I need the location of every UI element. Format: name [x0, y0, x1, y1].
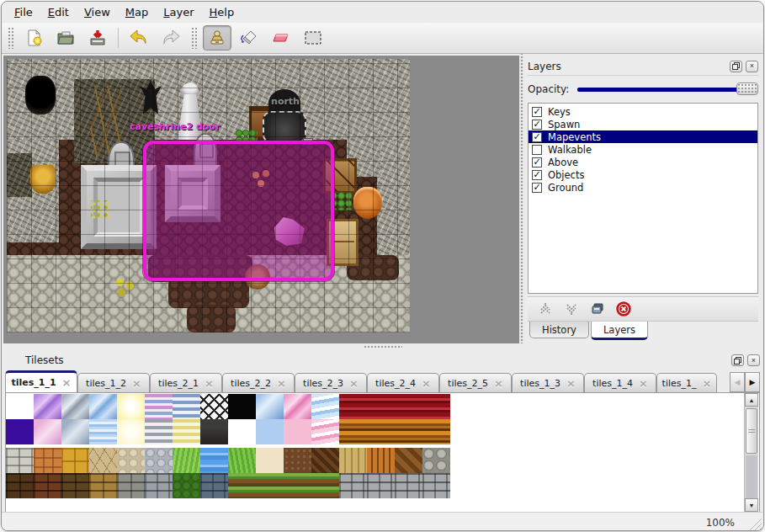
float-panel-button[interactable] — [730, 61, 742, 72]
tileset-tile[interactable] — [395, 473, 422, 498]
tileset-tile[interactable] — [256, 419, 284, 444]
scrollbar-thumb[interactable] — [746, 408, 757, 454]
tileset-tile[interactable] — [284, 448, 311, 473]
tileset-tile[interactable] — [117, 394, 145, 419]
tileset-tile[interactable] — [284, 473, 311, 498]
tileset-tile[interactable] — [339, 473, 367, 498]
tileset-tile[interactable] — [228, 473, 256, 498]
tileset-tile[interactable] — [395, 448, 422, 473]
scroll-up-button[interactable]: ▲ — [745, 393, 758, 407]
duplicate-layer-button[interactable] — [588, 300, 607, 318]
raise-layer-button[interactable] — [536, 300, 555, 318]
tileset-tile[interactable] — [422, 419, 450, 444]
tileset-tile[interactable] — [173, 448, 200, 473]
scroll-tabs-left-button[interactable]: ◀ — [730, 372, 745, 392]
tileset-tab-tiles_1_[interactable]: tiles_1_× — [656, 373, 717, 392]
tileset-tile[interactable] — [339, 448, 367, 473]
layer-visibility-checkbox[interactable]: ✓ — [532, 120, 542, 130]
tileset-tile[interactable] — [89, 394, 117, 419]
tab-close-icon[interactable]: × — [132, 378, 141, 389]
tileset-tile[interactable] — [117, 419, 145, 444]
tileset-tile[interactable] — [284, 394, 311, 419]
rect-select-tool-button[interactable] — [299, 25, 327, 51]
menu-edit[interactable]: Edit — [40, 3, 77, 21]
tileset-tile[interactable] — [367, 473, 395, 498]
map-canvas[interactable]: caveshrine2 door north — [7, 59, 410, 332]
tileset-tile[interactable] — [34, 448, 61, 473]
tileset-tile[interactable] — [145, 394, 173, 419]
tileset-tile[interactable] — [311, 394, 339, 419]
scroll-down-button[interactable]: ▼ — [745, 498, 758, 512]
menu-help[interactable]: Help — [202, 3, 242, 21]
lower-layer-button[interactable] — [562, 300, 581, 318]
tileset-tile[interactable] — [256, 448, 284, 473]
tileset-tab-tiles_1_3[interactable]: tiles_1_3× — [512, 373, 584, 392]
tileset-tile[interactable] — [311, 448, 339, 473]
tileset-tile[interactable] — [34, 394, 61, 419]
layer-row-walkable[interactable]: Walkable — [529, 143, 757, 156]
tileset-tile[interactable] — [339, 419, 367, 444]
float-tilesets-button[interactable] — [731, 354, 744, 366]
tileset-tile[interactable] — [61, 394, 89, 419]
delete-layer-button[interactable] — [614, 300, 633, 318]
tileset-tile[interactable] — [311, 419, 339, 444]
tileset-tab-tiles_2_2[interactable]: tiles_2_2× — [222, 373, 295, 392]
toolbar-grip[interactable] — [8, 27, 13, 49]
tileset-tile[interactable] — [200, 448, 228, 473]
tileset-tile[interactable] — [422, 394, 450, 419]
tab-close-icon[interactable]: × — [422, 378, 431, 389]
tileset-tile[interactable] — [6, 448, 34, 473]
toolbar-grip-2[interactable] — [191, 27, 197, 49]
tab-close-icon[interactable]: × — [494, 378, 503, 389]
tileset-tile[interactable] — [6, 419, 34, 444]
tileset-tile[interactable] — [200, 394, 228, 419]
layer-row-above[interactable]: ✓Above — [529, 156, 757, 168]
layer-visibility-checkbox[interactable]: ✓ — [532, 157, 542, 168]
tileset-tile[interactable] — [117, 473, 145, 498]
tileset-tab-tiles_1_4[interactable]: tiles_1_4× — [584, 373, 656, 392]
scrollbar-track[interactable] — [746, 455, 757, 498]
tileset-tile[interactable] — [89, 448, 117, 473]
tileset-tile[interactable] — [89, 419, 117, 444]
tileset-tile[interactable] — [422, 448, 450, 473]
tileset-tile[interactable] — [395, 419, 422, 444]
tileset-tile[interactable] — [367, 394, 395, 419]
eraser-tool-button[interactable] — [267, 25, 295, 51]
stamp-tool-button[interactable] — [203, 25, 231, 51]
menu-file[interactable]: File — [7, 3, 40, 21]
tileset-tile[interactable] — [173, 419, 200, 444]
tab-close-icon[interactable]: × — [62, 377, 72, 388]
tileset-tab-tiles_2_3[interactable]: tiles_2_3× — [295, 373, 367, 392]
dock-tab-layers[interactable]: Layers — [591, 322, 648, 340]
tileset-tab-tiles_2_4[interactable]: tiles_2_4× — [367, 373, 439, 392]
close-panel-button[interactable]: × — [746, 61, 758, 72]
tileset-tab-tiles_2_1[interactable]: tiles_2_1× — [150, 373, 222, 392]
tileset-tile[interactable] — [173, 473, 200, 498]
tileset-tile[interactable] — [61, 419, 89, 444]
tileset-tile[interactable] — [6, 394, 34, 419]
tileset-tile[interactable] — [256, 473, 284, 498]
tileset-tile[interactable] — [367, 419, 395, 444]
tileset-tab-tiles_1_1[interactable]: tiles_1_1× — [5, 370, 77, 392]
tileset-tile[interactable] — [61, 448, 89, 473]
resize-grip[interactable] — [749, 518, 762, 530]
tileset-tile[interactable] — [61, 473, 89, 498]
tileset-tile[interactable] — [284, 419, 311, 444]
layer-row-spawn[interactable]: ✓Spawn — [529, 118, 757, 130]
selection-rectangle[interactable] — [143, 141, 334, 281]
tileset-tab-tiles_2_5[interactable]: tiles_2_5× — [439, 373, 512, 392]
tileset-tile[interactable] — [200, 473, 228, 498]
tileset-tab-tiles_1_2[interactable]: tiles_1_2× — [77, 373, 150, 392]
tileset-tile[interactable] — [200, 419, 228, 444]
tileset-tile[interactable] — [395, 394, 422, 419]
tab-close-icon[interactable]: × — [349, 378, 359, 389]
scroll-tabs-right-button[interactable]: ▶ — [745, 372, 760, 392]
layer-visibility-checkbox[interactable]: ✓ — [532, 170, 542, 180]
map-viewport[interactable]: caveshrine2 door north — [3, 56, 519, 343]
layer-visibility-checkbox[interactable] — [532, 145, 542, 155]
redo-button[interactable] — [157, 25, 185, 51]
horizontal-splitter[interactable] — [2, 343, 763, 350]
fill-tool-button[interactable] — [235, 25, 263, 51]
tileset-tile[interactable] — [228, 394, 256, 419]
tileset-tile[interactable] — [228, 419, 256, 444]
